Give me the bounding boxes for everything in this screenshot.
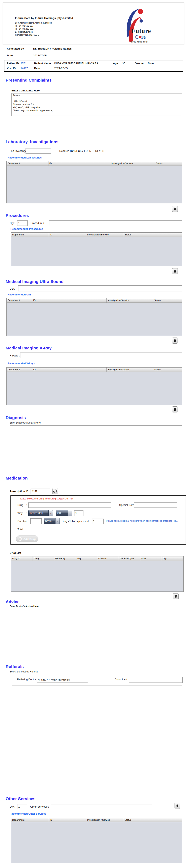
per-meal-label: Drugs/Tablets per meal : (62, 520, 90, 523)
other-services-qty-input[interactable] (17, 804, 27, 809)
delete-lab-button[interactable] (172, 206, 178, 212)
logo-care-rest: re (141, 34, 146, 40)
uss-table-body (7, 303, 182, 336)
special-notes-label: Special Notes (119, 503, 135, 506)
column-header-frequency[interactable]: Fequency (54, 556, 76, 561)
column-header-status[interactable]: Status (153, 368, 182, 372)
recommended-lab-testings-label: Recommended Lab Testings (8, 156, 42, 159)
procedures-input[interactable] (49, 220, 182, 226)
column-header-department[interactable]: Department (7, 298, 32, 303)
drug-list-label: Drug List (10, 551, 21, 554)
gender-label: Gender (135, 62, 144, 65)
complaints-textarea[interactable]: Review UFR- NOrmal Glucose ramdon- 5.4 H… (11, 93, 182, 116)
referral-listbox[interactable] (12, 686, 182, 784)
company-phone-1: T: +24 82 593 593 (15, 24, 33, 27)
column-header-department[interactable]: Department (7, 161, 48, 165)
visit-date-value: 2024-07-05 (54, 67, 68, 70)
xray-table-header: Department ID Investigation/Service Stat… (7, 368, 182, 372)
uss-input[interactable] (18, 285, 182, 291)
column-header-status[interactable]: Status (153, 298, 182, 303)
diagnosis-title: Diagnosis (6, 415, 26, 420)
company-name: Future Care by Future Holdings (Pty) Lim… (15, 17, 73, 20)
column-header-id[interactable]: ID (49, 232, 86, 237)
column-header-id[interactable]: ID (32, 368, 107, 372)
visit-id-value: 14087 (21, 67, 28, 70)
logo-word-care: C♥re (135, 34, 146, 40)
column-header-status[interactable]: Status (124, 232, 182, 237)
laboratory-title: Laboratory Investigations (6, 140, 59, 144)
column-header-way[interactable]: Way (76, 556, 97, 561)
trash-icon (176, 804, 179, 808)
other-services-table: Department ID Investigation / Service St… (11, 818, 182, 863)
recommended-other-services-label: Recommended Other Services (10, 812, 46, 815)
column-header-drug-id[interactable]: Drug ID (11, 556, 33, 561)
column-header-id[interactable]: ID (49, 818, 86, 822)
column-header-investigation[interactable]: Investigation/Service (107, 298, 153, 303)
company-email: E: jude@future.sc (15, 30, 33, 33)
frequency-select[interactable]: OD ▼ (56, 510, 72, 516)
column-header-investigation[interactable]: Investigation/Service (86, 232, 124, 237)
duration-input[interactable] (30, 518, 42, 524)
patient-name-colon: : (52, 62, 53, 65)
frequency-qty-input[interactable] (74, 510, 83, 516)
company-phone-2: T: +24 84 225 252 (15, 27, 33, 30)
column-header-department[interactable]: Department (11, 232, 49, 237)
diagnosis-textarea[interactable] (10, 425, 182, 468)
way-select[interactable]: Before Meal ▼ (28, 510, 53, 516)
add-drug-button[interactable]: + Add Drug (16, 535, 38, 542)
duration-type-select[interactable]: Day/s ▼ (44, 518, 60, 524)
prescription-id-input[interactable] (31, 489, 50, 494)
refresh-prescription-button[interactable] (52, 488, 58, 494)
frequency-select-value: OD (56, 510, 68, 516)
lab-table-body (7, 166, 182, 203)
column-header-duration[interactable]: Duration (97, 556, 119, 561)
consulted-by-value: Dr. HANECKY FUENTE REYES (33, 47, 72, 50)
procedures-qty-input[interactable] (17, 220, 28, 226)
consultant-input[interactable] (129, 677, 183, 683)
column-header-id[interactable]: ID (48, 161, 111, 165)
xray-input[interactable] (20, 352, 182, 358)
way-select-value: Before Meal (29, 510, 48, 516)
column-header-note[interactable]: Note (140, 556, 162, 561)
column-header-status[interactable]: Status (124, 818, 182, 822)
column-header-drug[interactable]: Drug (33, 556, 54, 561)
drug-input[interactable] (28, 502, 111, 508)
uss-label: USS : (10, 287, 16, 290)
patient-id-value: 2574 (21, 62, 26, 65)
column-header-id[interactable]: ID (32, 298, 107, 303)
per-meal-input[interactable] (92, 519, 104, 524)
delete-xray-button[interactable] (172, 406, 178, 412)
column-header-department[interactable]: Department (7, 368, 32, 372)
patient-id-colon: : (18, 62, 19, 65)
advice-label: Enter Doctor's Advice Here (10, 605, 39, 608)
column-header-qty[interactable]: Qty (162, 556, 183, 561)
column-header-duration-type[interactable]: Duration Type (119, 556, 140, 561)
special-notes-input[interactable] (134, 502, 177, 508)
complaints-label: Enter Complaints Here (11, 89, 40, 92)
drug-colon: : (26, 503, 27, 506)
column-header-investigation[interactable]: Investigation / Service (86, 818, 124, 822)
age-label: Age (113, 62, 118, 65)
delete-procedure-button[interactable] (172, 268, 178, 274)
delete-uss-button[interactable] (172, 338, 178, 344)
advice-textarea[interactable] (10, 609, 182, 648)
other-services-label: Other Services : (30, 805, 49, 808)
column-header-status[interactable]: Status (155, 161, 182, 165)
special-notes-colon: : (132, 503, 133, 506)
column-header-investigation[interactable]: Investigation/Service (107, 368, 153, 372)
referred-by-value: HANECKY FUENTE REYES (71, 149, 104, 152)
other-services-input[interactable] (51, 804, 152, 809)
visit-id-label: Visit ID (7, 67, 16, 70)
drug-list-body (11, 561, 183, 591)
lab-investigation-input[interactable] (26, 148, 51, 154)
logo-word-future: Future (132, 27, 151, 35)
referring-doctor-input[interactable] (37, 677, 88, 683)
trash-icon (173, 270, 177, 273)
consulted-by-colon: : (31, 47, 31, 50)
chevron-down-icon: ▼ (55, 518, 60, 524)
delete-other-service-button[interactable] (175, 803, 180, 809)
chevron-down-icon: ▼ (48, 510, 53, 516)
column-header-investigation[interactable]: Investigation/Service (110, 161, 155, 165)
column-header-department[interactable]: Department (11, 818, 49, 822)
delete-drug-button[interactable] (173, 593, 179, 599)
